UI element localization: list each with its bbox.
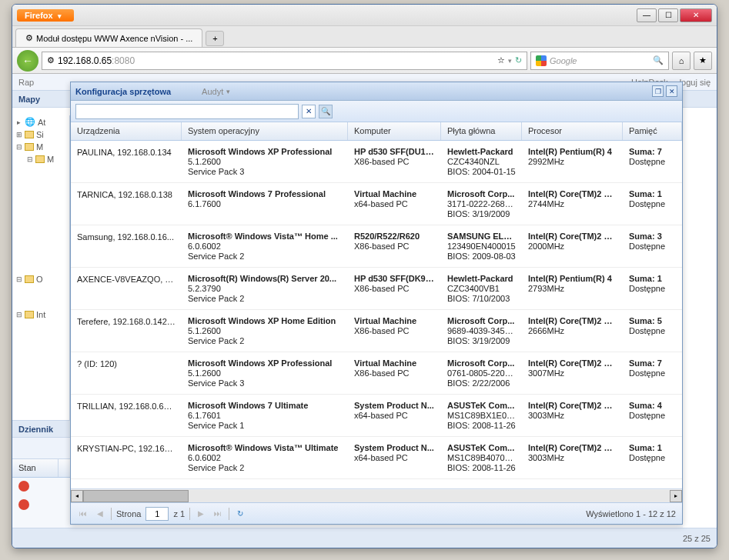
scrollbar-thumb[interactable]	[83, 490, 189, 502]
cell-os: Microsoft Windows 7 Professional6.1.7600	[182, 189, 348, 218]
cell-computer: Virtual MachineX86-based PC	[348, 358, 441, 388]
titlebar: Firefox — ☐ ✕	[12, 5, 717, 26]
col-header-motherboard[interactable]: Płyta główna	[441, 122, 522, 140]
search-bar[interactable]: Google 🔍	[530, 52, 669, 70]
browser-tab[interactable]: ⚙ Moduł dostępu WWW Axence nVision - ...	[15, 28, 202, 47]
cell-processor: Intel(R) Core(TM)2 Q...2744MHz	[522, 189, 623, 218]
clear-search-button[interactable]: ✕	[302, 105, 316, 118]
tree-item[interactable]: ⊟M	[12, 141, 69, 153]
tree-item[interactable]: ⊟M	[12, 153, 69, 165]
page-last-button[interactable]: ⏭	[212, 508, 224, 520]
footer-status: Wyświetlono 1 - 12 z 12	[586, 509, 676, 518]
col-header-os[interactable]: System operacyjny	[182, 122, 348, 140]
panel-toolbar: ✕ 🔍	[71, 101, 682, 122]
new-tab-button[interactable]: +	[206, 31, 224, 46]
page-next-button[interactable]: ▶	[195, 508, 207, 520]
cell-processor: Intel(R) Core(TM)2 Duo3003MHz	[522, 401, 623, 430]
bookmark-star-icon[interactable]: ☆	[497, 55, 505, 65]
site-identity-icon: ⚙	[47, 55, 55, 65]
refresh-button[interactable]: ↻	[234, 508, 246, 520]
url-bar[interactable]: ⚙ 192.168.0.65:8080 ☆ ▾ ↻	[42, 52, 527, 70]
scroll-left-button[interactable]: ◂	[71, 490, 83, 502]
search-placeholder: Google	[550, 56, 650, 65]
grid-body[interactable]: PAULINA, 192.168.0.134Microsoft Windows …	[71, 141, 682, 488]
cell-memory: Suma: 1Dostępne	[623, 443, 682, 472]
table-row[interactable]: Terefere, 192.168.0.142 ...Microsoft Win…	[71, 310, 682, 352]
panel-close-button[interactable]: ✕	[666, 85, 677, 97]
cell-motherboard: Microsoft Corp...0761-0805-2206-...BIOS:…	[441, 358, 522, 388]
col-header-device[interactable]: Urządzenia	[71, 122, 182, 140]
table-row[interactable]: Samsung, 192.168.0.16...Microsoft® Windo…	[71, 225, 682, 268]
cell-os: Microsoft(R) Windows(R) Server 20...5.2.…	[182, 274, 348, 303]
cell-memory: Suma: 1Dostępne	[623, 274, 682, 303]
col-stan[interactable]: Stan	[12, 459, 59, 477]
bookmarks-button[interactable]: ★	[694, 52, 712, 70]
audit-label: Audyt	[202, 87, 223, 96]
search-go-icon[interactable]: 🔍	[653, 55, 664, 65]
close-button[interactable]: ✕	[680, 8, 712, 22]
table-row[interactable]: TARNICA, 192.168.0.138Microsoft Windows …	[71, 183, 682, 225]
alert-icon	[18, 499, 29, 510]
cell-memory: Suma: 7Dostępne	[623, 358, 682, 388]
alert-icon	[18, 481, 29, 492]
tab-favicon: ⚙	[25, 33, 33, 43]
cell-device: Terefere, 192.168.0.142 ...	[71, 316, 182, 345]
page-prev-button[interactable]: ◀	[94, 508, 106, 520]
cell-memory: Suma: 5Dostępne	[623, 316, 682, 345]
col-header-memory[interactable]: Pamięć	[623, 122, 682, 140]
toolbar-left-partial: Rap	[18, 78, 34, 87]
horizontal-scrollbar[interactable]: ◂ ▸	[71, 488, 682, 502]
folder-icon	[25, 131, 34, 138]
cell-motherboard: ASUSTeK Com...MS1C89BX1E001...BIOS: 2008…	[441, 401, 522, 430]
reload-icon[interactable]: ↻	[515, 55, 522, 65]
folder-icon	[25, 143, 34, 151]
maximize-button[interactable]: ☐	[658, 8, 678, 22]
dropdown-icon[interactable]: ▾	[226, 88, 230, 95]
cell-computer: Virtual Machinex64-based PC	[348, 189, 441, 218]
tree-item[interactable]: ⊞Si	[12, 128, 69, 141]
folder-icon	[25, 275, 34, 283]
firefox-menu-button[interactable]: Firefox	[17, 9, 74, 22]
col-header-computer[interactable]: Komputer	[348, 122, 441, 140]
page-first-button[interactable]: ⏮	[77, 508, 89, 520]
cell-device: TARNICA, 192.168.0.138	[71, 189, 182, 218]
cell-motherboard: ASUSTeK Com...MS1C89B40703383BIOS: 2008-…	[441, 443, 522, 472]
scrollbar-track[interactable]	[83, 490, 670, 502]
table-row[interactable]: AXENCE-V8VEAZQO, 1...Microsoft(R) Window…	[71, 268, 682, 310]
google-icon	[536, 55, 547, 66]
cell-processor: Intel(R) Core(TM)2 Duo3003MHz	[522, 443, 623, 472]
cell-motherboard: Hewlett-PackardCZC3400VB1BIOS: 7/10/2003	[441, 274, 522, 303]
tree-item[interactable]: ⊟O	[12, 273, 69, 285]
logout-link[interactable]: loguj się	[680, 78, 711, 87]
cell-os: Microsoft® Windows Vista™ Home ...6.0.60…	[182, 232, 348, 261]
col-header-processor[interactable]: Procesor	[522, 122, 623, 140]
minimize-button[interactable]: —	[637, 8, 657, 22]
cell-computer: HP d530 SFF(DU19...X86-based PC	[348, 147, 441, 176]
page-label: Strona	[116, 509, 141, 518]
table-row[interactable]: PAULINA, 192.168.0.134Microsoft Windows …	[71, 141, 682, 183]
cell-computer: System Product N...x64-based PC	[348, 401, 441, 430]
cell-processor: Intel(R) Core(TM)2 Duo3007MHz	[522, 358, 623, 388]
table-row[interactable]: KRYSTIAN-PC, 192.168...Microsoft® Window…	[71, 437, 682, 479]
search-input[interactable]	[75, 104, 299, 119]
cell-processor: Intel(R) Pentium(R) 42793MHz	[522, 274, 623, 303]
folder-icon	[25, 311, 34, 318]
cell-memory: Suma: 1Dostępne	[623, 189, 682, 218]
table-row[interactable]: ? (ID: 120)Microsoft Windows XP Professi…	[71, 352, 682, 395]
panel-maximize-button[interactable]: ❐	[652, 85, 664, 97]
cell-memory: Suma: 3Dostępne	[623, 232, 682, 261]
tree-item[interactable]: ⊟Int	[12, 308, 69, 321]
cell-motherboard: Microsoft Corp...3171-0222-2685-...BIOS:…	[441, 189, 522, 218]
scroll-right-button[interactable]: ▸	[670, 490, 682, 502]
panel-header[interactable]: Konfiguracja sprzętowa Audyt ▾ ❐ ✕	[71, 82, 682, 101]
dropdown-icon[interactable]: ▾	[508, 57, 512, 65]
table-row[interactable]: TRILLIAN, 192.168.0.68 ...Microsoft Wind…	[71, 395, 682, 437]
search-button[interactable]: 🔍	[319, 105, 333, 118]
home-button[interactable]: ⌂	[672, 52, 691, 70]
back-button[interactable]: ←	[17, 50, 38, 72]
panel-title: Konfiguracja sprzętowa	[75, 87, 171, 96]
cell-computer: R520/R522/R620X86-based PC	[348, 232, 441, 261]
page-number-input[interactable]	[145, 507, 169, 521]
tree-item[interactable]: ▸🌐At	[12, 115, 69, 128]
cell-device: PAULINA, 192.168.0.134	[71, 147, 182, 176]
